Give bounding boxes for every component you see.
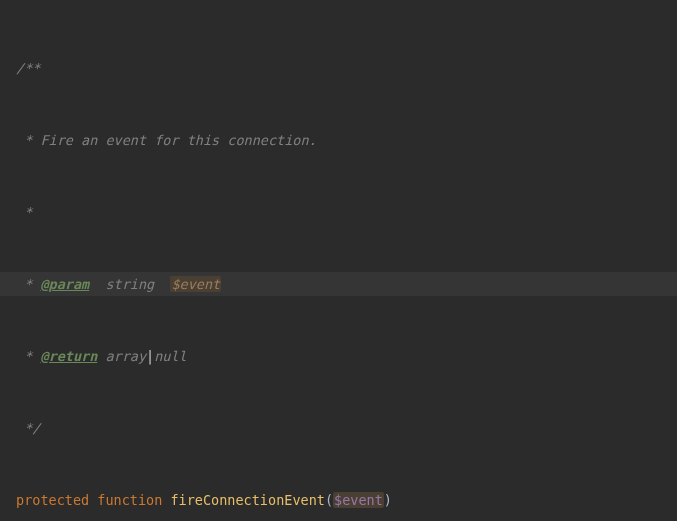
function-name: fireConnectionEvent — [170, 492, 324, 508]
comment-text: * — [16, 276, 40, 292]
function-param: $event — [333, 492, 384, 508]
keyword-function: function — [97, 492, 162, 508]
comment-text: /** — [16, 60, 40, 76]
docblock-open: /** — [0, 56, 677, 80]
return-type: array — [97, 348, 146, 364]
docblock-blank: * — [0, 200, 677, 224]
function-signature: protected function fireConnectionEvent($… — [0, 488, 677, 512]
comment-text: * — [16, 204, 32, 220]
param-type: string — [89, 276, 170, 292]
docblock-param: * @param string $event — [0, 272, 677, 296]
php-doctag: @return — [40, 348, 97, 364]
return-null: null — [154, 348, 187, 364]
param-var: $event — [170, 276, 221, 292]
docblock-close: */ — [0, 416, 677, 440]
comment-text: * Fire an event for this connection. — [16, 132, 317, 148]
comment-text: */ — [16, 420, 40, 436]
pipe: | — [146, 348, 154, 364]
docblock-desc: * Fire an event for this connection. — [0, 128, 677, 152]
php-doctag: @param — [40, 276, 89, 292]
keyword-protected: protected — [16, 492, 89, 508]
paren-close: ) — [384, 492, 392, 508]
comment-text: * — [16, 348, 40, 364]
docblock-return: * @return array|null — [0, 344, 677, 368]
paren-open: ( — [325, 492, 333, 508]
code-editor: /** * Fire an event for this connection.… — [0, 0, 677, 521]
